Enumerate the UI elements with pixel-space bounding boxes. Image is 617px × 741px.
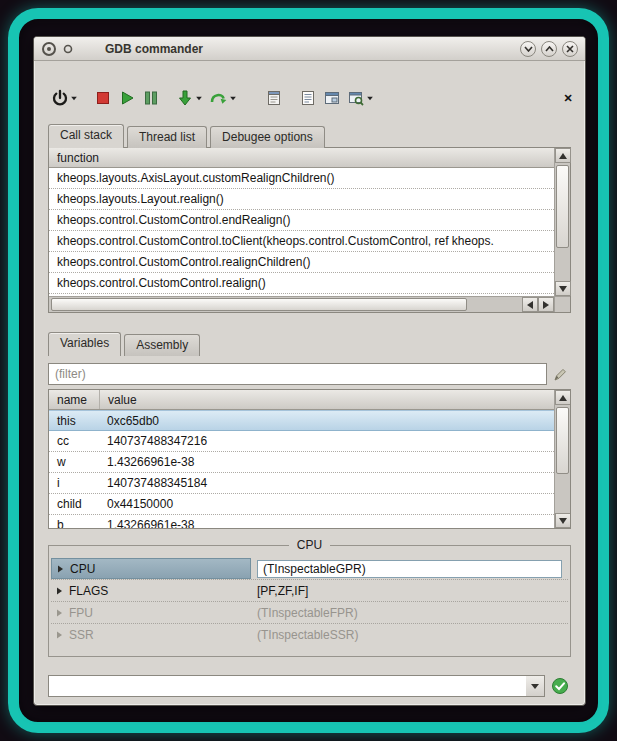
scrollbar-handle[interactable] [556, 165, 569, 248]
splitter[interactable] [48, 313, 571, 319]
scroll-up-button[interactable] [555, 148, 571, 163]
step-in-button[interactable] [174, 85, 205, 111]
titlebar[interactable]: GDB commander [34, 37, 585, 61]
cpu-value-editor[interactable]: (TInspectableGPR) [257, 560, 562, 578]
cpu-groupbox: CPU CPU (TInspectableGPR) FLAGS [48, 545, 571, 657]
table-row[interactable]: kheops.control.CustomControl.endRealign(… [49, 210, 554, 231]
table-row[interactable]: i 140737488345184 [49, 473, 554, 494]
dock-close-button[interactable]: ✕ [561, 91, 575, 105]
combobox-dropdown-button[interactable] [526, 676, 544, 696]
power-icon [51, 89, 69, 107]
shade-button[interactable] [520, 41, 536, 57]
column-header-value[interactable]: value [99, 390, 554, 409]
chevron-down-icon [367, 96, 373, 100]
scrollbar-corner [554, 296, 570, 312]
cpu-row[interactable]: SSR (TInspectableSSR) [51, 624, 568, 646]
chevron-down-icon [230, 96, 236, 100]
close-button[interactable] [562, 41, 578, 57]
step-over-button[interactable] [207, 85, 239, 111]
tab-assembly[interactable]: Assembly [124, 334, 200, 356]
close-icon [566, 45, 574, 53]
cpu-row[interactable]: FLAGS [PF,ZF,IF] [51, 580, 568, 602]
filter-input[interactable] [48, 363, 547, 385]
table-row[interactable]: cc 140737488347216 [49, 431, 554, 452]
expander-icon[interactable] [55, 631, 63, 639]
document-button[interactable] [263, 85, 285, 111]
edit-filter-button[interactable] [549, 363, 571, 385]
stop-button[interactable] [92, 85, 114, 111]
chevron-down-icon [196, 96, 202, 100]
arrow-down-icon [176, 89, 194, 107]
stop-icon [94, 89, 112, 107]
scroll-up-button[interactable] [555, 390, 571, 405]
arrow-down-icon [559, 286, 567, 292]
column-header-function[interactable]: function [49, 148, 107, 167]
window-body: ✕ [34, 83, 585, 727]
arrow-up-icon [559, 395, 567, 401]
scroll-down-button[interactable] [555, 513, 571, 528]
table-row[interactable]: kheops.control.CustomControl.toClient(kh… [49, 231, 554, 252]
cpu-row[interactable]: FPU (TInspectableFPR) [51, 602, 568, 624]
tab-variables[interactable]: Variables [48, 332, 121, 356]
scrollbar-track[interactable] [49, 297, 522, 312]
cpu-row-value: [PF,ZF,IF] [251, 580, 568, 601]
table-row[interactable]: child 0x44150000 [49, 494, 554, 515]
window-search-icon [347, 89, 365, 107]
curved-arrow-icon [209, 89, 228, 107]
scrollbar-handle[interactable] [51, 298, 467, 311]
command-input[interactable] [49, 676, 526, 696]
cpu-row-value: (TInspectableFPR) [251, 602, 568, 623]
pin-icon[interactable] [63, 44, 73, 54]
send-command-button[interactable] [549, 675, 571, 697]
callstack-vertical-scrollbar[interactable] [554, 148, 570, 296]
arrow-right-icon [543, 301, 549, 309]
app-icon[interactable] [41, 41, 57, 57]
list-button[interactable] [297, 85, 319, 111]
chevron-down-icon [531, 684, 539, 689]
variables-vertical-scrollbar[interactable] [554, 390, 570, 528]
scroll-right-button[interactable] [538, 297, 554, 312]
callstack-rows: kheops.layouts.AxisLayout.customRealignC… [49, 168, 554, 296]
table-row[interactable]: kheops.layouts.AxisLayout.customRealignC… [49, 168, 554, 189]
scroll-left-button[interactable] [522, 297, 538, 312]
command-combobox[interactable] [48, 675, 545, 697]
column-header-name[interactable]: name [49, 390, 99, 409]
power-button[interactable] [49, 85, 80, 111]
scrollbar-handle[interactable] [556, 407, 569, 474]
table-row-selected[interactable]: this 0xc65db0 [49, 410, 554, 431]
gdb-commander-window: GDB commander ✕ [33, 36, 586, 706]
pause-icon [142, 89, 160, 107]
table-row[interactable]: kheops.control.CustomControl.realign() [49, 273, 554, 294]
arrow-left-icon [527, 301, 533, 309]
tab-thread-list[interactable]: Thread list [127, 126, 207, 148]
table-row[interactable]: kheops.layouts.Layout.realign() [49, 189, 554, 210]
variables-tabbar: Variables Assembly [48, 329, 571, 355]
table-row[interactable]: b 1.43266961e-38 [49, 515, 554, 528]
scrollbar-track[interactable] [555, 163, 570, 281]
cpu-group-title: CPU [49, 538, 570, 552]
run-button[interactable] [116, 85, 138, 111]
expander-icon[interactable] [55, 609, 63, 617]
variables-rows: this 0xc65db0 cc 140737488347216 w 1.432… [49, 410, 554, 528]
tab-debugee-options[interactable]: Debugee options [210, 126, 325, 148]
expander-icon[interactable] [56, 565, 64, 573]
scrollbar-track[interactable] [555, 405, 570, 513]
table-row[interactable]: kheops.control.CustomControl.realignChil… [49, 252, 554, 273]
cpu-row-value: (TInspectableSSR) [251, 624, 568, 646]
chevron-down-icon [71, 96, 77, 100]
expander-icon[interactable] [55, 587, 63, 595]
window-search-button[interactable] [345, 85, 376, 111]
cpu-row[interactable]: CPU (TInspectableGPR) [51, 558, 568, 580]
table-row[interactable]: w 1.43266961e-38 [49, 452, 554, 473]
pause-button[interactable] [140, 85, 162, 111]
chevron-down-icon [524, 46, 533, 52]
cpu-row-name-selected[interactable]: CPU [51, 558, 251, 579]
tab-call-stack[interactable]: Call stack [48, 124, 124, 148]
maximize-button[interactable] [541, 41, 557, 57]
debug-toolbar [48, 83, 571, 111]
variables-header: name value [49, 390, 554, 410]
callstack-horizontal-scrollbar[interactable] [49, 296, 554, 312]
window-button[interactable] [321, 85, 343, 111]
scroll-down-button[interactable] [555, 281, 571, 296]
variables-table: name value this 0xc65db0 cc 140737488347… [48, 389, 571, 529]
